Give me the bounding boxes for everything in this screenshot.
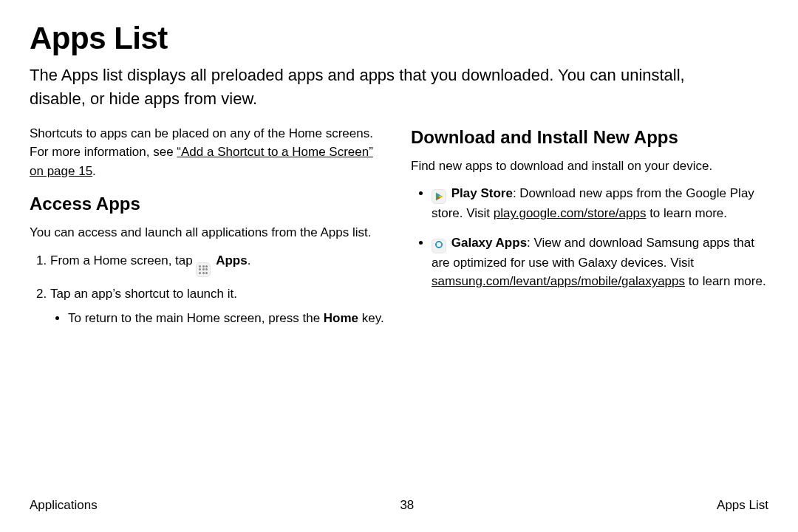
store-list: Play Store: Download new apps from the G… <box>411 184 768 291</box>
step-2-sub-item: To return to the main Home screen, press… <box>68 309 387 328</box>
step-2-sublist: To return to the main Home screen, press… <box>50 309 387 328</box>
step-2-text: Tap an app’s shortcut to launch it. <box>50 287 237 301</box>
home-key-label: Home <box>324 311 358 325</box>
step-2-sub-suffix: key. <box>358 311 384 325</box>
play-store-link[interactable]: play.google.com/store/apps <box>494 206 647 220</box>
intro-paragraph: The Apps list displays all preloaded app… <box>30 64 739 111</box>
access-apps-desc: You can access and launch all applicatio… <box>30 223 387 242</box>
step-2-sub-prefix: To return to the main Home screen, press… <box>68 311 324 325</box>
step-1: From a Home screen, tap Apps. <box>50 251 387 277</box>
footer-topic-label: Apps List <box>717 498 768 513</box>
play-store-label: Play Store <box>451 186 513 200</box>
svg-point-6 <box>435 240 443 248</box>
footer-page-number: 38 <box>400 498 414 513</box>
access-steps-list: From a Home screen, tap Apps. Tap an app… <box>30 251 387 328</box>
download-desc: Find new apps to download and install on… <box>411 157 768 176</box>
apps-label: Apps <box>216 253 248 267</box>
play-store-item: Play Store: Download new apps from the G… <box>432 184 768 223</box>
download-heading: Download and Install New Apps <box>411 124 768 151</box>
galaxy-apps-icon <box>432 239 446 253</box>
manual-page: Apps List The Apps list displays all pre… <box>0 0 798 532</box>
galaxy-text-b: to learn more. <box>685 274 766 288</box>
apps-icon <box>196 262 211 277</box>
galaxy-apps-item: Galaxy Apps: View and download Samsung a… <box>432 233 768 291</box>
step-2: Tap an app’s shortcut to launch it. To r… <box>50 284 387 328</box>
access-apps-heading: Access Apps <box>30 191 387 217</box>
galaxy-apps-label: Galaxy Apps <box>451 236 527 250</box>
right-column: Download and Install New Apps Find new a… <box>411 124 768 335</box>
step-1-suffix: . <box>248 253 251 267</box>
step-1-prefix: From a Home screen, tap <box>50 253 196 267</box>
two-column-layout: Shortcuts to apps can be placed on any o… <box>30 124 768 335</box>
play-text-b: to learn more. <box>646 206 727 220</box>
page-title: Apps List <box>30 21 768 56</box>
play-store-icon <box>432 189 446 204</box>
page-footer: Applications 38 Apps List <box>30 498 768 513</box>
shortcuts-paragraph: Shortcuts to apps can be placed on any o… <box>30 124 387 181</box>
left-column: Shortcuts to apps can be placed on any o… <box>30 124 387 335</box>
shortcuts-suffix: . <box>92 164 96 178</box>
galaxy-apps-link[interactable]: samsung.com/levant/apps/mobile/galaxyapp… <box>432 274 685 288</box>
footer-section-label: Applications <box>30 498 98 513</box>
